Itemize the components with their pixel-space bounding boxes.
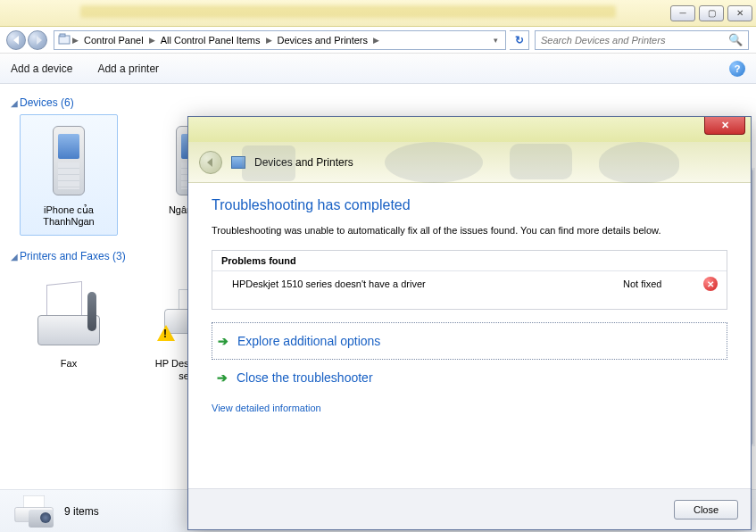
dialog-title: Troubleshooting has completed xyxy=(212,197,727,213)
camera-icon xyxy=(29,510,54,528)
device-item[interactable]: iPhone của ThanhNgan xyxy=(20,114,118,236)
command-bar: Add a device Add a printer ? xyxy=(0,54,756,84)
printer-item[interactable]: Fax xyxy=(20,268,118,389)
title-blur xyxy=(80,5,616,18)
window-titlebar: ─ ▢ ✕ xyxy=(0,0,756,27)
explore-options-action[interactable]: ➔ Explore additional options xyxy=(212,322,727,360)
crumb-sep-icon: ▶ xyxy=(71,36,80,45)
problem-text: HPDeskjet 1510 series doesn't have a dri… xyxy=(232,278,623,289)
breadcrumb-item[interactable]: All Control Panel Items xyxy=(157,35,264,46)
address-dropdown-icon[interactable]: ▾ xyxy=(490,36,502,45)
problem-status: Not fixed xyxy=(623,278,703,289)
window-close-button[interactable]: ✕ xyxy=(727,5,752,21)
search-box[interactable]: 🔍 xyxy=(535,30,749,50)
troubleshooter-dialog: ✕ Devices and Printers Troubleshooting h… xyxy=(187,116,752,530)
statusbar-icon xyxy=(12,495,52,528)
dialog-header: Devices and Printers xyxy=(188,142,751,183)
dialog-message: Troubleshooting was unable to automatica… xyxy=(212,224,727,237)
action-label: Explore additional options xyxy=(237,334,380,348)
printer-label: Fax xyxy=(61,358,77,370)
dialog-titlebar: ✕ xyxy=(188,117,751,142)
refresh-button[interactable]: ↻ xyxy=(510,30,529,50)
devices-printers-icon xyxy=(231,156,245,169)
svg-rect-1 xyxy=(60,34,65,37)
fax-icon xyxy=(37,283,100,345)
nav-forward-button[interactable] xyxy=(28,30,47,50)
collapse-icon: ◢ xyxy=(11,98,18,108)
view-detailed-link[interactable]: View detailed information xyxy=(212,403,727,413)
group-header-label: Printers and Faxes (3) xyxy=(20,250,126,262)
crumb-sep-icon: ▶ xyxy=(264,36,274,45)
group-header-label: Devices (6) xyxy=(20,96,74,109)
close-button[interactable]: Close xyxy=(674,500,738,520)
close-troubleshooter-action[interactable]: ➔ Close the troubleshooter xyxy=(212,360,727,395)
crumb-sep-icon: ▶ xyxy=(371,36,381,45)
arrow-right-icon: ➔ xyxy=(217,370,228,385)
breadcrumb-item[interactable]: Devices and Printers xyxy=(274,35,372,46)
add-device-button[interactable]: Add a device xyxy=(11,62,72,75)
nav-back-button[interactable] xyxy=(6,30,26,50)
navigation-bar: ▶ Control Panel ▶ All Control Panel Item… xyxy=(0,27,756,54)
dialog-header-title: Devices and Printers xyxy=(254,156,353,169)
printer-thumb xyxy=(37,274,100,354)
search-icon[interactable]: 🔍 xyxy=(728,33,743,46)
error-icon: ✕ xyxy=(703,277,718,291)
phone-icon xyxy=(53,126,85,195)
warning-icon xyxy=(157,325,175,341)
add-printer-button[interactable]: Add a printer xyxy=(97,62,159,75)
dialog-footer: Close xyxy=(188,488,751,529)
group-header-devices[interactable]: ◢Devices (6) xyxy=(11,96,745,109)
problems-panel: Problems found HPDeskjet 1510 series doe… xyxy=(212,250,727,310)
item-count-label: 9 items xyxy=(64,505,99,518)
address-bar[interactable]: ▶ Control Panel ▶ All Control Panel Item… xyxy=(54,30,506,50)
problems-header: Problems found xyxy=(212,251,727,271)
location-icon xyxy=(58,33,71,47)
help-icon[interactable]: ? xyxy=(729,61,745,77)
window-maximize-button[interactable]: ▢ xyxy=(699,5,724,21)
dialog-body: Troubleshooting has completed Troublesho… xyxy=(188,183,751,488)
problem-row[interactable]: HPDeskjet 1510 series doesn't have a dri… xyxy=(212,271,727,309)
breadcrumb-item[interactable]: Control Panel xyxy=(80,35,147,46)
device-label: iPhone của ThanhNgan xyxy=(24,204,113,228)
dialog-close-button[interactable]: ✕ xyxy=(704,117,745,135)
collapse-icon: ◢ xyxy=(11,252,18,262)
dialog-back-button[interactable] xyxy=(199,151,222,174)
action-label: Close the troubleshooter xyxy=(237,370,373,385)
search-input[interactable] xyxy=(541,35,728,46)
arrow-right-icon: ➔ xyxy=(218,334,228,348)
window-minimize-button[interactable]: ─ xyxy=(670,5,695,21)
device-thumb xyxy=(37,121,100,201)
nav-back-forward xyxy=(0,27,54,54)
crumb-sep-icon: ▶ xyxy=(147,36,157,45)
